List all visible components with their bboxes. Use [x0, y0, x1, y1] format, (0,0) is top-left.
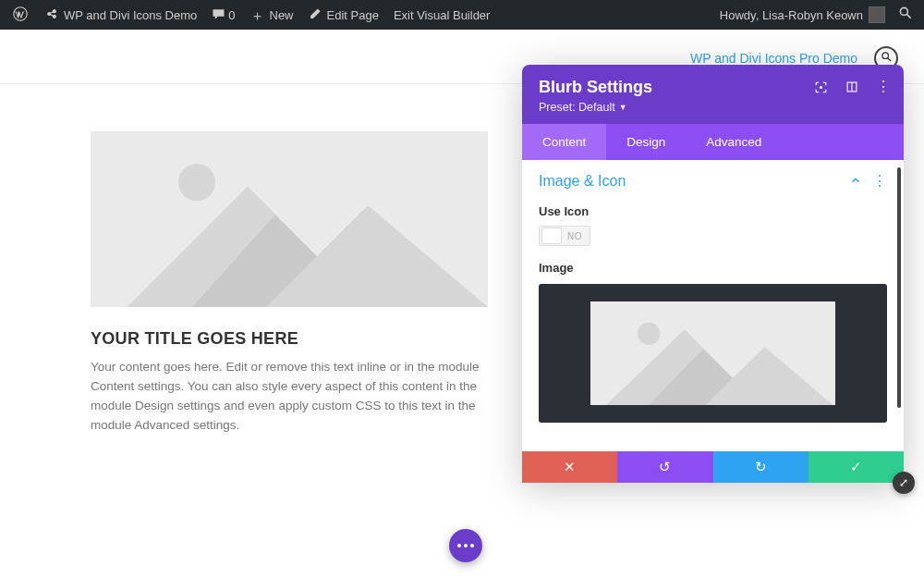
section-title: Image & Icon — [539, 173, 626, 190]
plus-icon: ＋ — [250, 8, 264, 22]
chevron-up-icon — [850, 175, 861, 186]
tab-advanced[interactable]: Advanced — [686, 124, 782, 160]
close-icon: ✕ — [564, 459, 576, 475]
edit-page-link[interactable]: Edit Page — [301, 0, 386, 30]
use-icon-label: Use Icon — [539, 204, 887, 218]
redo-icon: ↻ — [755, 459, 767, 475]
toggle-knob — [541, 228, 562, 244]
undo-icon: ↺ — [659, 459, 671, 475]
page-canvas: WP and Divi Icons Pro Demo YOUR TITLE GO… — [0, 30, 924, 578]
avatar — [869, 6, 885, 23]
blurb-title[interactable]: YOUR TITLE GOES HERE — [91, 329, 488, 349]
panel-more-button[interactable]: ⋮ — [876, 80, 891, 94]
tab-content[interactable]: Content — [522, 124, 606, 160]
nav-link-pro-demo[interactable]: WP and Divi Icons Pro Demo — [690, 51, 857, 66]
blurb-image-placeholder — [91, 131, 488, 307]
user-display-name: Lisa-Robyn Keown — [762, 8, 863, 22]
collapse-section-button[interactable] — [850, 174, 861, 189]
new-label: New — [270, 8, 294, 22]
use-icon-toggle[interactable]: NO — [539, 226, 590, 246]
blurb-settings-panel: Blurb Settings Preset: Default ▼ ⋮ Conte… — [522, 65, 904, 483]
panel-scrollbar[interactable] — [897, 167, 901, 408]
search-icon — [898, 6, 913, 24]
columns-icon — [845, 80, 858, 93]
panel-help-button[interactable] — [813, 80, 828, 94]
focus-icon — [814, 80, 828, 94]
admin-search-button[interactable] — [893, 0, 918, 30]
panel-resize-handle[interactable]: ⤢ — [893, 472, 915, 494]
confirm-button[interactable]: ✓ — [808, 451, 904, 483]
edit-page-label: Edit Page — [327, 8, 379, 22]
builder-fab-button[interactable] — [449, 529, 482, 562]
image-preview — [590, 301, 835, 405]
wordpress-icon — [13, 6, 28, 23]
svg-point-7 — [178, 164, 215, 201]
search-icon — [881, 51, 893, 66]
exit-visual-builder-link[interactable]: Exit Visual Builder — [386, 0, 498, 30]
svg-point-1 — [47, 12, 51, 16]
panel-tabs: Content Design Advanced — [522, 124, 904, 160]
panel-header[interactable]: Blurb Settings Preset: Default ▼ ⋮ — [522, 65, 904, 124]
svg-point-4 — [900, 7, 907, 15]
undo-button[interactable]: ↺ — [617, 451, 712, 483]
exit-builder-label: Exit Visual Builder — [394, 8, 491, 22]
dots-vertical-icon: ⋮ — [872, 173, 887, 189]
howdy-prefix: Howdy, — [720, 8, 759, 22]
preset-selector[interactable]: Preset: Default ▼ — [539, 101, 627, 114]
comments-count: 0 — [228, 8, 235, 22]
comments-menu[interactable]: 0 — [204, 0, 242, 30]
section-image-and-icon[interactable]: Image & Icon ⋮ — [539, 173, 887, 190]
tab-design[interactable]: Design — [606, 124, 686, 160]
dots-horizontal-icon — [457, 544, 474, 547]
my-account-menu[interactable]: Howdy, Lisa-Robyn Keown — [712, 0, 893, 30]
image-field-label: Image — [539, 261, 887, 275]
comment-icon — [212, 7, 225, 23]
panel-footer: ✕ ↺ ↻ ✓ — [522, 451, 904, 483]
cancel-button[interactable]: ✕ — [522, 451, 617, 483]
preset-label: Preset: Default — [539, 101, 615, 114]
site-title: WP and Divi Icons Demo — [64, 8, 197, 22]
check-icon: ✓ — [850, 459, 862, 475]
blurb-module[interactable]: YOUR TITLE GOES HERE Your content goes h… — [91, 131, 488, 436]
toggle-state: NO — [567, 231, 582, 241]
panel-snap-button[interactable] — [845, 80, 859, 94]
image-upload-field[interactable] — [539, 284, 887, 423]
pencil-icon — [309, 7, 322, 22]
new-content-menu[interactable]: ＋ New — [243, 0, 301, 30]
svg-point-12 — [638, 322, 660, 344]
section-more-button[interactable]: ⋮ — [872, 174, 887, 189]
redo-button[interactable]: ↻ — [713, 451, 808, 483]
panel-body: Image & Icon ⋮ Use Icon NO Imag — [522, 160, 904, 451]
dots-vertical-icon: ⋮ — [876, 80, 891, 94]
svg-point-8 — [820, 86, 822, 89]
expand-icon: ⤢ — [899, 476, 908, 489]
image-placeholder-icon — [590, 301, 835, 405]
svg-point-5 — [881, 53, 888, 59]
svg-point-2 — [53, 9, 56, 13]
wp-logo-menu[interactable] — [6, 0, 38, 30]
site-name-menu[interactable]: WP and Divi Icons Demo — [38, 0, 204, 30]
blurb-body[interactable]: Your content goes here. Edit or remove t… — [91, 358, 488, 436]
home-icon — [45, 7, 58, 22]
chevron-down-icon: ▼ — [619, 103, 627, 112]
wp-admin-bar: WP and Divi Icons Demo 0 ＋ New Edit Page… — [0, 0, 924, 30]
svg-point-3 — [53, 15, 56, 18]
image-placeholder-icon — [91, 131, 488, 307]
